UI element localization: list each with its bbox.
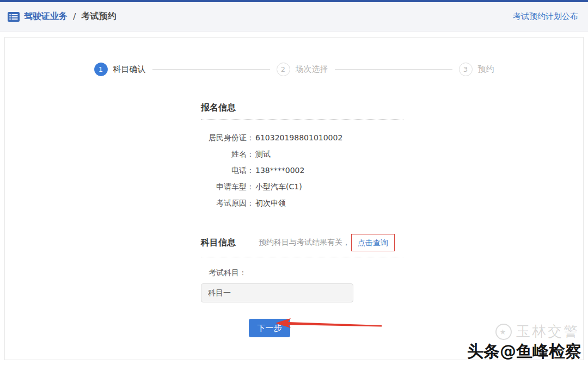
- step-connector: [152, 69, 270, 70]
- breadcrumb-section[interactable]: 驾驶证业务: [24, 11, 68, 22]
- subject-section-header: 科目信息 预约科目与考试结果有关 ， 点击查询: [201, 234, 403, 251]
- field-value: 测试: [255, 146, 271, 162]
- field-exam-reason: 考试原因： 初次申领: [201, 195, 403, 211]
- field-phone: 电话： 138****0002: [201, 162, 403, 178]
- police-badge-icon: ★: [495, 324, 512, 340]
- page-header: 驾驶证业务 / 考试预约 考试预约计划公布: [0, 2, 588, 32]
- field-id-number: 居民身份证： 610320198801010002: [201, 129, 403, 146]
- field-vehicle-type: 申请车型： 小型汽车(C1): [201, 178, 403, 195]
- field-label: 申请车型：: [201, 178, 254, 195]
- police-watermark-text: 玉林交警: [516, 322, 579, 341]
- subject-title: 科目信息: [201, 237, 236, 249]
- police-watermark: ★ 玉林交警: [495, 322, 579, 341]
- step-3-label: 预约: [478, 64, 494, 75]
- breadcrumb-separator: /: [73, 11, 76, 22]
- dotted-divider: [201, 257, 403, 257]
- breadcrumb: 驾驶证业务 / 考试预约: [8, 11, 116, 22]
- subject-hint-separator: ，: [342, 238, 350, 248]
- field-label: 姓名：: [201, 146, 254, 162]
- toutiao-watermark: 头条@鱼峰检察: [467, 341, 581, 363]
- step-2-circle: 2: [277, 63, 290, 76]
- list-icon: [8, 12, 20, 22]
- main-panel: 1 科目确认 2 场次选择 3 预约 报名信息 居民身份证： 610320198…: [4, 37, 584, 360]
- query-annotation-box: 点击查询: [351, 234, 395, 251]
- step-1-circle: 1: [94, 63, 108, 76]
- step-connector: [335, 69, 452, 70]
- step-session-select: 2 场次选择: [277, 63, 328, 76]
- click-query-link[interactable]: 点击查询: [358, 238, 388, 247]
- breadcrumb-current: 考试预约: [81, 11, 116, 22]
- field-label: 居民身份证：: [201, 129, 254, 146]
- exam-plan-link[interactable]: 考试预约计划公布: [513, 11, 578, 22]
- dotted-divider: [201, 119, 403, 120]
- step-subject-confirm: 1 科目确认: [94, 63, 146, 76]
- field-value: 610320198801010002: [255, 129, 342, 146]
- step-1-label: 科目确认: [113, 64, 146, 75]
- step-2-label: 场次选择: [296, 64, 328, 75]
- registration-title: 报名信息: [201, 102, 403, 114]
- step-reserve: 3 预约: [459, 63, 494, 76]
- registration-fields: 居民身份证： 610320198801010002 姓名： 测试 电话： 138…: [201, 129, 403, 211]
- next-step-button[interactable]: 下一步: [249, 319, 290, 337]
- wizard-stepper: 1 科目确认 2 场次选择 3 预约: [94, 63, 494, 76]
- exam-subject-label: 考试科目：: [201, 268, 403, 278]
- field-value: 138****0002: [255, 162, 304, 178]
- field-value: 小型汽车(C1): [255, 178, 302, 195]
- form-column: 报名信息 居民身份证： 610320198801010002 姓名： 测试 电话…: [201, 102, 403, 337]
- field-label: 考试原因：: [201, 195, 254, 211]
- field-label: 电话：: [201, 162, 254, 178]
- step-3-circle: 3: [459, 63, 473, 76]
- field-name: 姓名： 测试: [201, 146, 403, 162]
- subject-hint: 预约科目与考试结果有关: [259, 238, 342, 248]
- field-value: 初次申领: [255, 195, 286, 211]
- exam-subject-input[interactable]: [201, 283, 353, 302]
